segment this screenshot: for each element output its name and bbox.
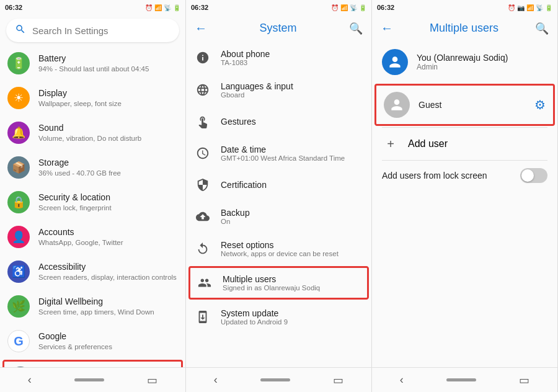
gestures-title: Gestures [221, 117, 256, 127]
security-title: Security & location [38, 192, 178, 203]
wifi-icon-2: 📶 [340, 4, 348, 11]
display-icon-circle: ☀ [7, 87, 30, 109]
wellbeing-title: Digital Wellbeing [38, 296, 178, 307]
update-title: System update [221, 308, 288, 318]
panel-multiuser: 06:32 ⏰ 📷 📶 📡 🔋 ← Multiple users 🔍 You (… [372, 0, 558, 392]
nav-bar-3: ‹ ▭ [372, 367, 557, 392]
multiuser-title: Multiple users [223, 274, 320, 284]
battery-text: Battery 94% - Should last until about 04… [38, 53, 178, 73]
search-button-2[interactable]: 🔍 [349, 22, 363, 35]
reset-icon [195, 241, 211, 257]
cert-icon [195, 177, 211, 193]
system-icon-circle: ⚙ [9, 367, 32, 367]
add-from-lock-row: Add users from lock screen [372, 161, 557, 190]
system-header-title: System [259, 22, 296, 35]
system-list: About phone TA-1083 Languages & input Gb… [186, 42, 371, 367]
settings-item-sound[interactable]: 🔔 Sound Volume, vibration, Do not distur… [0, 115, 185, 150]
system-item-update[interactable]: System update Updated to Android 9 [186, 301, 371, 333]
multiuser-header: ← Multiple users 🔍 [372, 15, 557, 42]
panel-system: 06:32 ⏰ 📶 📡 🔋 ← System 🔍 About phone TA-… [186, 0, 372, 392]
sound-icon-circle: 🔔 [7, 122, 30, 144]
about-sub: TA-1083 [221, 59, 270, 66]
user-item-guest[interactable]: Guest ⚙ [374, 84, 555, 126]
home-pill-1[interactable] [74, 378, 104, 381]
status-icons-1: ⏰ 📶 📡 🔋 [145, 4, 180, 11]
accounts-icon-circle: 👤 [7, 226, 30, 248]
guest-gear-button[interactable]: ⚙ [534, 97, 546, 112]
datetime-text: Date & time GMT+01:00 West Africa Standa… [221, 145, 345, 162]
backup-sub: On [221, 218, 250, 225]
multiuser-sub: Signed in as Olanrewaju Sodiq [223, 284, 320, 292]
storage-title: Storage [38, 157, 178, 168]
settings-item-wellbeing[interactable]: 🌿 Digital Wellbeing Screen time, app tim… [0, 289, 185, 324]
sound-text: Sound Volume, vibration, Do not disturb [38, 122, 178, 143]
system-item-backup[interactable]: Backup On [186, 200, 371, 233]
add-user-item[interactable]: + Add user [372, 128, 557, 160]
search-input[interactable] [32, 25, 170, 36]
security-sub: Screen lock, fingerprint [38, 203, 178, 213]
google-sub: Services & preferences [38, 342, 178, 352]
settings-item-google[interactable]: G Google Services & preferences [0, 324, 185, 359]
settings-item-battery[interactable]: 🔋 Battery 94% - Should last until about … [0, 46, 185, 81]
system-item-reset[interactable]: Reset options Network, apps or device ca… [186, 233, 371, 265]
status-bar-1: 06:32 ⏰ 📶 📡 🔋 [0, 0, 185, 15]
datetime-title: Date & time [221, 145, 345, 154]
battery-sub: 94% - Should last until about 04:45 [38, 65, 178, 74]
back-button-2[interactable]: ← [195, 21, 207, 35]
system-item-gestures[interactable]: Gestures [186, 106, 371, 137]
back-nav-btn-3[interactable]: ‹ [388, 368, 416, 391]
reset-title: Reset options [221, 240, 339, 250]
system-item-about[interactable]: About phone TA-1083 [186, 42, 371, 74]
google-text: Google Services & preferences [38, 331, 178, 351]
wellbeing-sub: Screen time, app timers, Wind Down [38, 308, 178, 317]
cert-title: Certification [221, 180, 267, 190]
settings-item-accessibility[interactable]: ♿ Accessibility Screen readers, display,… [0, 254, 185, 289]
back-nav-btn-1[interactable]: ‹ [16, 368, 44, 391]
system-item-cert[interactable]: Certification [186, 169, 371, 200]
time-2: 06:32 [191, 4, 208, 11]
search-bar[interactable] [6, 19, 179, 42]
signal-icon-3: 📡 [536, 4, 543, 11]
user-item-you[interactable]: You (Olanrewaju Sodiq) Admin [372, 42, 557, 82]
system-item-multiuser[interactable]: Multiple users Signed in as Olanrewaju S… [188, 266, 369, 300]
gestures-icon [195, 114, 211, 130]
you-role: Admin [417, 63, 508, 71]
alarm-icon-3: ⏰ [508, 4, 515, 11]
system-item-languages[interactable]: Languages & input Gboard [186, 74, 371, 106]
languages-sub: Gboard [221, 91, 293, 99]
settings-item-accounts[interactable]: 👤 Accounts WhatsApp, Google, Twitter [0, 220, 185, 254]
home-pill-2[interactable] [260, 378, 290, 381]
plus-icon: + [382, 135, 399, 153]
settings-item-security[interactable]: 🔒 Security & location Screen lock, finge… [0, 185, 185, 220]
battery-icon: 🔋 [173, 4, 180, 11]
back-button-3[interactable]: ← [381, 21, 393, 35]
add-from-lock-toggle[interactable] [520, 168, 547, 183]
home-pill-3[interactable] [446, 378, 476, 381]
recents-nav-btn-2[interactable]: ▭ [321, 368, 356, 392]
multiuser-header-title: Multiple users [430, 22, 498, 35]
recents-nav-btn-3[interactable]: ▭ [507, 368, 542, 392]
storage-text: Storage 36% used - 40.70 GB free [38, 157, 178, 177]
users-list: You (Olanrewaju Sodiq) Admin Guest ⚙ + A… [372, 42, 557, 367]
battery-icon-circle: 🔋 [7, 52, 30, 74]
about-title: About phone [221, 49, 270, 59]
guest-name: Guest [418, 100, 441, 110]
recents-nav-btn-1[interactable]: ▭ [135, 368, 170, 392]
settings-item-system[interactable]: ⚙ System Languages, time, backup, update… [2, 360, 183, 367]
multiuser-text: Multiple users Signed in as Olanrewaju S… [223, 274, 320, 292]
wellbeing-icon-circle: 🌿 [7, 295, 30, 318]
alarm-icon-2: ⏰ [331, 4, 339, 11]
storage-sub: 36% used - 40.70 GB free [38, 169, 178, 178]
back-nav-btn-2[interactable]: ‹ [202, 368, 230, 391]
add-user-label: Add user [408, 138, 448, 149]
you-info: You (Olanrewaju Sodiq) Admin [417, 53, 508, 71]
settings-item-display[interactable]: ☀ Display Wallpaper, sleep, font size [0, 81, 185, 115]
you-avatar [382, 49, 408, 75]
system-item-datetime[interactable]: Date & time GMT+01:00 West Africa Standa… [186, 137, 371, 169]
accounts-sub: WhatsApp, Google, Twitter [38, 238, 178, 247]
panel-settings: 06:32 ⏰ 📶 📡 🔋 🔋 Battery 94% - Should las… [0, 0, 186, 392]
search-button-3[interactable]: 🔍 [535, 22, 549, 35]
signal-icon-2: 📡 [350, 4, 357, 11]
update-sub: Updated to Android 9 [221, 318, 288, 326]
settings-item-storage[interactable]: 📦 Storage 36% used - 40.70 GB free [0, 150, 185, 185]
